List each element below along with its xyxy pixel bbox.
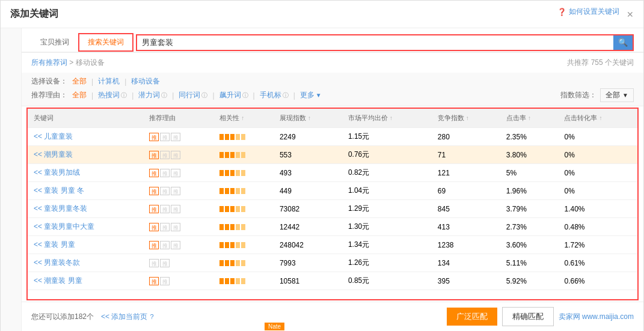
keyword-link[interactable]: << 儿童童装 [34, 132, 73, 141]
reason-more[interactable]: 更多 ▼ [300, 90, 322, 100]
tab-product-recommend[interactable]: 宝贝推词 [31, 34, 78, 51]
cvr-cell: 0% [558, 128, 637, 146]
keyword-cell: << 男童装冬款 [28, 254, 143, 272]
cvr-cell: 0.61% [558, 254, 637, 272]
add-current-page-button[interactable]: << 添加当前页 ? [101, 312, 153, 322]
reason-cell: 推推推 [143, 200, 213, 218]
cvr-cell: 0.48% [558, 218, 637, 236]
display-index-cell: 7993 [274, 254, 342, 272]
sort-icon-competition: ↑ [466, 115, 469, 121]
keyword-cell: << 童装男加绒 [28, 164, 143, 182]
ctr-cell: 5% [500, 164, 559, 182]
add-keyword-dialog: 添加关键词 ✕ ❓ 如何设置关键词 宝贝推词 搜索关键词 🔍 [0, 0, 644, 331]
col-display: 展现指数 ↑ [274, 109, 342, 128]
broad-match-button[interactable]: 广泛匹配 [447, 308, 497, 326]
keyword-cell: << 儿童童装 [28, 128, 143, 146]
sort-icon-display: ↑ [308, 115, 311, 121]
dialog-title: 添加关键词 [10, 8, 58, 20]
competition-cell: 280 [432, 128, 500, 146]
keyword-link[interactable]: << 童装 男童 [34, 240, 75, 249]
col-competition: 竞争指数 ↑ [432, 109, 500, 128]
help-icon-small: ? [150, 313, 153, 320]
reason-hot[interactable]: 热搜词ⓘ [98, 90, 127, 100]
cvr-cell: 0% [558, 182, 637, 200]
device-computer[interactable]: 计算机 [98, 76, 120, 87]
reason-peer[interactable]: 同行词ⓘ [179, 90, 207, 100]
can-add-text: 您还可以添加182个 [31, 312, 94, 322]
col-relevance: 相关性 ↑ [213, 109, 274, 128]
keyword-cell: << 潮男童装 [28, 146, 143, 164]
index-filter-select[interactable]: 全部 ▼ [600, 88, 634, 102]
keyword-link[interactable]: << 童装男童冬装 [34, 204, 87, 213]
reason-all[interactable]: 全部 [72, 90, 87, 100]
ctr-cell: 2.73% [500, 218, 559, 236]
reason-cell: 推推 [143, 254, 213, 272]
reason-cell: 推推推 [143, 182, 213, 200]
help-link[interactable]: ❓ 如何设置关键词 [557, 7, 619, 17]
display-index-cell: 2249 [274, 128, 342, 146]
sort-icon-price: ↑ [390, 115, 393, 121]
display-index-cell: 449 [274, 182, 342, 200]
table-row: << 童装 男童 冬推推推4491.04元691.96%0% [28, 182, 637, 200]
index-filter-label: 指数筛选： [560, 90, 596, 100]
avg-price-cell: 1.26元 [342, 254, 432, 272]
reason-potential[interactable]: 潜力词ⓘ [138, 90, 167, 100]
competition-cell: 71 [432, 146, 500, 164]
main-panel: 宝贝推词 搜索关键词 🔍 所有推荐词 > 移动设备 共推 [22, 28, 643, 331]
col-reason: 推荐理由 [143, 109, 213, 128]
display-index-cell: 248042 [274, 236, 342, 254]
avg-price-cell: 1.29元 [342, 200, 432, 218]
breadcrumb-all[interactable]: 所有推荐词 [31, 58, 67, 67]
col-ctr: 点击率 ↑ [500, 109, 559, 128]
cvr-cell: 0.66% [558, 272, 637, 290]
keyword-link[interactable]: << 潮童装 男童 [34, 276, 82, 285]
search-input[interactable] [137, 35, 613, 50]
table-row: << 儿童童装推推推22491.15元2802.35%0% [28, 128, 637, 146]
chevron-down-icon: ▼ [622, 92, 628, 99]
table-body: << 儿童童装推推推22491.15元2802.35%0%<< 潮男童装推推推5… [28, 128, 637, 290]
table-header: 关键词 推荐理由 相关性 ↑ 展现指数 ↑ 市场平均出价 ↑ 竞争指数 ↑ 点击… [28, 109, 637, 128]
table-row: << 童装男加绒推推推4930.82元1215%0% [28, 164, 637, 182]
keyword-link[interactable]: << 童装男加绒 [34, 168, 80, 177]
tab-search-keyword[interactable]: 搜索关键词 [78, 33, 133, 52]
maijia-link[interactable]: 卖家网 www.maijia.com [559, 312, 634, 322]
table-row: << 童装男童中大童推推推124421.30元4132.73%0.48% [28, 218, 637, 236]
relevance-cell [213, 146, 274, 164]
avg-price-cell: 1.15元 [342, 128, 432, 146]
reason-mobile[interactable]: 手机标ⓘ [260, 90, 289, 100]
reason-cell: 推推 [143, 272, 213, 290]
cvr-cell: 0% [558, 164, 637, 182]
exact-match-button[interactable]: 精确匹配 [502, 307, 554, 326]
ctr-cell: 3.79% [500, 200, 559, 218]
col-avg-price: 市场平均出价 ↑ [342, 109, 432, 128]
keyword-link[interactable]: << 童装 男童 冬 [34, 186, 84, 195]
keyword-table-container: 关键词 推荐理由 相关性 ↑ 展现指数 ↑ 市场平均出价 ↑ 竞争指数 ↑ 点击… [26, 108, 639, 300]
keyword-link[interactable]: << 男童装冬款 [34, 258, 80, 267]
ctr-cell: 3.60% [500, 236, 559, 254]
keyword-cell: << 童装男童冬装 [28, 200, 143, 218]
keyword-cell: << 童装 男童 [28, 236, 143, 254]
table-row: << 童装男童冬装推推推730821.29元8453.79%1.40% [28, 200, 637, 218]
competition-cell: 413 [432, 218, 500, 236]
search-button[interactable]: 🔍 [613, 35, 633, 50]
relevance-cell [213, 200, 274, 218]
close-button[interactable]: ✕ [627, 10, 634, 19]
nate-badge: Nate [265, 323, 284, 330]
table-row: << 潮童装 男童推推105810.85元3955.92%0.66% [28, 272, 637, 290]
keyword-link[interactable]: << 童装男童中大童 [34, 222, 94, 231]
breadcrumb: 所有推荐词 > 移动设备 [31, 55, 105, 70]
reason-cell: 推推推 [143, 218, 213, 236]
relevance-cell [213, 272, 274, 290]
ctr-cell: 2.35% [500, 128, 559, 146]
keyword-link[interactable]: << 潮男童装 [34, 150, 73, 159]
col-cvr: 点击转化率 ↑ [558, 109, 637, 128]
ctr-cell: 3.80% [500, 146, 559, 164]
reason-cell: 推推推 [143, 128, 213, 146]
avg-price-cell: 1.30元 [342, 218, 432, 236]
reason-cell: 推推推 [143, 236, 213, 254]
device-all[interactable]: 全部 [72, 76, 87, 87]
device-mobile[interactable]: 移动设备 [131, 76, 160, 87]
reason-rising[interactable]: 飙升词ⓘ [219, 90, 248, 100]
display-index-cell: 553 [274, 146, 342, 164]
display-index-cell: 10581 [274, 272, 342, 290]
